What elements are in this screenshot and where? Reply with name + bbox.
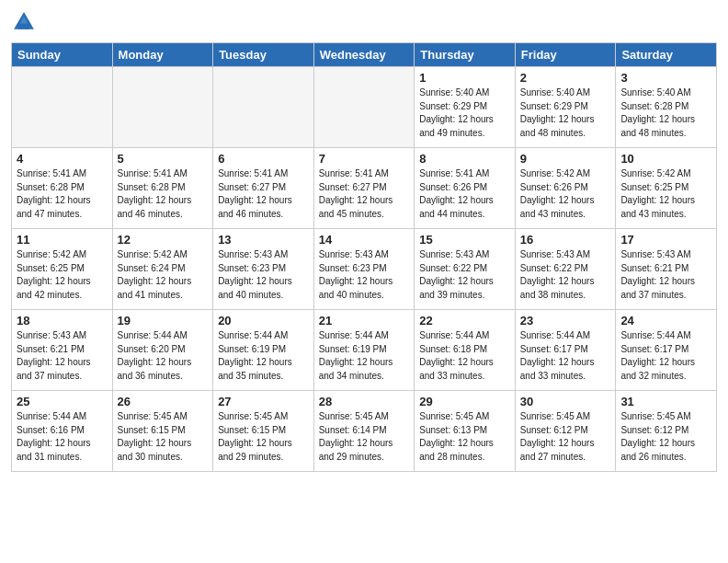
week-row-3: 18Sunrise: 5:43 AM Sunset: 6:21 PM Dayli…	[12, 310, 717, 391]
day-info: Sunrise: 5:44 AM Sunset: 6:16 PM Dayligh…	[17, 410, 108, 464]
day-cell: 30Sunrise: 5:45 AM Sunset: 6:12 PM Dayli…	[515, 391, 616, 472]
day-header-wednesday: Wednesday	[313, 43, 415, 67]
day-info: Sunrise: 5:43 AM Sunset: 6:23 PM Dayligh…	[319, 248, 410, 302]
day-cell: 18Sunrise: 5:43 AM Sunset: 6:21 PM Dayli…	[12, 310, 113, 391]
day-info: Sunrise: 5:44 AM Sunset: 6:19 PM Dayligh…	[218, 329, 309, 383]
day-number: 7	[319, 152, 410, 166]
day-info: Sunrise: 5:44 AM Sunset: 6:17 PM Dayligh…	[620, 329, 711, 383]
day-info: Sunrise: 5:45 AM Sunset: 6:12 PM Dayligh…	[520, 410, 611, 464]
day-info: Sunrise: 5:42 AM Sunset: 6:26 PM Dayligh…	[520, 167, 611, 221]
week-row-1: 4Sunrise: 5:41 AM Sunset: 6:28 PM Daylig…	[12, 148, 717, 229]
day-cell	[12, 67, 113, 148]
day-number: 18	[17, 314, 108, 327]
day-cell: 6Sunrise: 5:41 AM Sunset: 6:27 PM Daylig…	[213, 148, 314, 229]
day-number: 21	[319, 314, 410, 327]
day-info: Sunrise: 5:42 AM Sunset: 6:25 PM Dayligh…	[17, 248, 108, 302]
day-number: 11	[17, 233, 108, 247]
day-number: 3	[620, 71, 711, 85]
day-cell: 24Sunrise: 5:44 AM Sunset: 6:17 PM Dayli…	[616, 310, 717, 391]
day-cell: 12Sunrise: 5:42 AM Sunset: 6:24 PM Dayli…	[112, 229, 213, 310]
day-cell	[112, 67, 213, 148]
day-number: 16	[520, 233, 611, 247]
day-number: 12	[118, 233, 209, 247]
day-cell: 3Sunrise: 5:40 AM Sunset: 6:28 PM Daylig…	[616, 67, 717, 148]
week-row-4: 25Sunrise: 5:44 AM Sunset: 6:16 PM Dayli…	[12, 391, 717, 472]
day-cell: 31Sunrise: 5:45 AM Sunset: 6:12 PM Dayli…	[616, 391, 717, 472]
day-number: 20	[218, 314, 309, 327]
day-cell: 9Sunrise: 5:42 AM Sunset: 6:26 PM Daylig…	[515, 148, 616, 229]
day-header-saturday: Saturday	[616, 43, 717, 67]
day-number: 17	[620, 233, 711, 247]
day-info: Sunrise: 5:45 AM Sunset: 6:13 PM Dayligh…	[419, 410, 510, 464]
day-number: 13	[218, 233, 309, 247]
logo	[11, 9, 40, 35]
svg-rect-2	[18, 24, 29, 29]
day-cell: 23Sunrise: 5:44 AM Sunset: 6:17 PM Dayli…	[515, 310, 616, 391]
day-info: Sunrise: 5:41 AM Sunset: 6:27 PM Dayligh…	[218, 167, 309, 221]
day-cell: 11Sunrise: 5:42 AM Sunset: 6:25 PM Dayli…	[12, 229, 113, 310]
day-cell: 1Sunrise: 5:40 AM Sunset: 6:29 PM Daylig…	[415, 67, 516, 148]
day-cell: 20Sunrise: 5:44 AM Sunset: 6:19 PM Dayli…	[213, 310, 314, 391]
day-number: 5	[118, 152, 209, 166]
day-cell: 26Sunrise: 5:45 AM Sunset: 6:15 PM Dayli…	[112, 391, 213, 472]
day-cell	[313, 67, 415, 148]
day-cell: 19Sunrise: 5:44 AM Sunset: 6:20 PM Dayli…	[112, 310, 213, 391]
day-info: Sunrise: 5:41 AM Sunset: 6:28 PM Dayligh…	[118, 167, 209, 221]
day-cell: 29Sunrise: 5:45 AM Sunset: 6:13 PM Dayli…	[415, 391, 516, 472]
week-row-0: 1Sunrise: 5:40 AM Sunset: 6:29 PM Daylig…	[12, 67, 717, 148]
day-info: Sunrise: 5:40 AM Sunset: 6:29 PM Dayligh…	[419, 86, 510, 140]
day-number: 19	[118, 314, 209, 327]
day-number: 15	[419, 233, 510, 247]
header	[11, 9, 717, 35]
day-cell: 16Sunrise: 5:43 AM Sunset: 6:22 PM Dayli…	[515, 229, 616, 310]
day-info: Sunrise: 5:41 AM Sunset: 6:26 PM Dayligh…	[419, 167, 510, 221]
day-number: 4	[17, 152, 108, 166]
day-number: 30	[520, 395, 611, 408]
day-cell: 22Sunrise: 5:44 AM Sunset: 6:18 PM Dayli…	[415, 310, 516, 391]
day-cell: 21Sunrise: 5:44 AM Sunset: 6:19 PM Dayli…	[313, 310, 415, 391]
day-number: 10	[620, 152, 711, 166]
day-number: 1	[419, 71, 510, 85]
day-cell: 25Sunrise: 5:44 AM Sunset: 6:16 PM Dayli…	[12, 391, 113, 472]
day-number: 6	[218, 152, 309, 166]
day-info: Sunrise: 5:43 AM Sunset: 6:23 PM Dayligh…	[218, 248, 309, 302]
day-info: Sunrise: 5:40 AM Sunset: 6:29 PM Dayligh…	[520, 86, 611, 140]
day-info: Sunrise: 5:42 AM Sunset: 6:24 PM Dayligh…	[118, 248, 209, 302]
day-info: Sunrise: 5:45 AM Sunset: 6:14 PM Dayligh…	[319, 410, 410, 464]
day-cell: 8Sunrise: 5:41 AM Sunset: 6:26 PM Daylig…	[415, 148, 516, 229]
day-cell: 15Sunrise: 5:43 AM Sunset: 6:22 PM Dayli…	[415, 229, 516, 310]
day-number: 24	[620, 314, 711, 327]
day-info: Sunrise: 5:45 AM Sunset: 6:12 PM Dayligh…	[620, 410, 711, 464]
day-header-tuesday: Tuesday	[213, 43, 314, 67]
day-info: Sunrise: 5:44 AM Sunset: 6:17 PM Dayligh…	[520, 329, 611, 383]
day-info: Sunrise: 5:40 AM Sunset: 6:28 PM Dayligh…	[620, 86, 711, 140]
day-cell: 7Sunrise: 5:41 AM Sunset: 6:27 PM Daylig…	[313, 148, 415, 229]
day-number: 25	[17, 395, 108, 408]
day-cell: 4Sunrise: 5:41 AM Sunset: 6:28 PM Daylig…	[12, 148, 113, 229]
day-cell: 28Sunrise: 5:45 AM Sunset: 6:14 PM Dayli…	[313, 391, 415, 472]
day-cell: 10Sunrise: 5:42 AM Sunset: 6:25 PM Dayli…	[616, 148, 717, 229]
day-number: 9	[520, 152, 611, 166]
day-number: 26	[118, 395, 209, 408]
day-info: Sunrise: 5:43 AM Sunset: 6:22 PM Dayligh…	[419, 248, 510, 302]
day-number: 27	[218, 395, 309, 408]
day-info: Sunrise: 5:44 AM Sunset: 6:19 PM Dayligh…	[319, 329, 410, 383]
day-info: Sunrise: 5:43 AM Sunset: 6:21 PM Dayligh…	[620, 248, 711, 302]
day-info: Sunrise: 5:43 AM Sunset: 6:21 PM Dayligh…	[17, 329, 108, 383]
day-info: Sunrise: 5:45 AM Sunset: 6:15 PM Dayligh…	[218, 410, 309, 464]
day-info: Sunrise: 5:42 AM Sunset: 6:25 PM Dayligh…	[620, 167, 711, 221]
calendar: SundayMondayTuesdayWednesdayThursdayFrid…	[11, 42, 717, 472]
day-header-monday: Monday	[112, 43, 213, 67]
day-number: 22	[419, 314, 510, 327]
day-number: 28	[319, 395, 410, 408]
day-cell: 17Sunrise: 5:43 AM Sunset: 6:21 PM Dayli…	[616, 229, 717, 310]
day-number: 31	[620, 395, 711, 408]
day-cell: 14Sunrise: 5:43 AM Sunset: 6:23 PM Dayli…	[313, 229, 415, 310]
day-number: 14	[319, 233, 410, 247]
day-info: Sunrise: 5:41 AM Sunset: 6:27 PM Dayligh…	[319, 167, 410, 221]
day-number: 23	[520, 314, 611, 327]
day-header-friday: Friday	[515, 43, 616, 67]
logo-icon	[11, 9, 37, 35]
day-number: 2	[520, 71, 611, 85]
calendar-header-row: SundayMondayTuesdayWednesdayThursdayFrid…	[12, 43, 717, 67]
